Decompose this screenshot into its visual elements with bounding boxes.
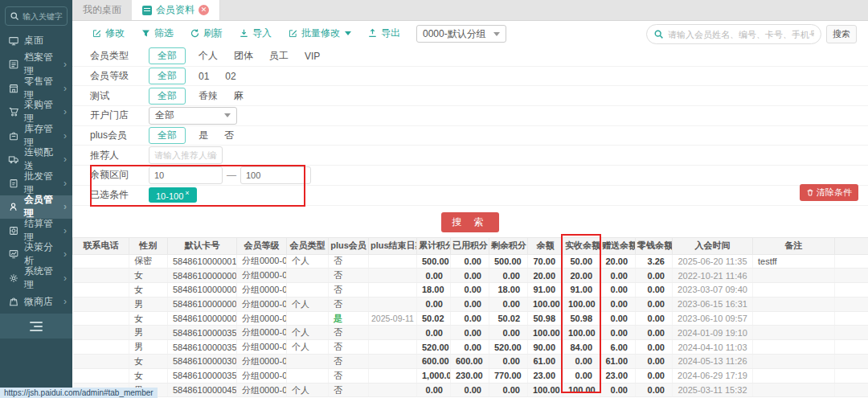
sidebar-item-7[interactable]: 批发管理›	[0, 171, 72, 195]
sidebar-item-5[interactable]: 库存管理›	[0, 124, 72, 148]
filter-option[interactable]: 02	[225, 71, 235, 82]
table-cell: 5848610000000514	[168, 283, 237, 297]
filter-option[interactable]: 全部	[149, 127, 186, 144]
sidebar-item-1[interactable]: 桌面	[0, 29, 72, 53]
filter-row-2: 会员等级全部0102	[72, 67, 868, 87]
filter-option[interactable]: 01	[199, 71, 209, 82]
import-icon	[239, 28, 249, 39]
column-header: plus结束日期	[369, 237, 417, 254]
table-cell: 0.00	[417, 383, 451, 397]
remove-tag-icon[interactable]: ×	[185, 189, 189, 197]
table-cell	[753, 340, 835, 355]
table-row[interactable]: 女5848610000000944分组0000-01是2025-09-11 17…	[73, 311, 868, 326]
sidebar-item-10[interactable]: 决策分析›	[0, 243, 72, 267]
sidebar-item-12[interactable]: 微商店›	[0, 290, 72, 314]
toolbar-button-1[interactable]: 修改	[92, 27, 125, 40]
tab-my-desktop[interactable]: 我的桌面	[72, 0, 132, 20]
balance-to-input[interactable]	[240, 166, 311, 184]
column-header: 剩余积分	[489, 237, 528, 254]
table-cell: 520.00	[489, 340, 528, 355]
table-cell: 0.00	[600, 297, 636, 311]
table-cell: 5848610000035940	[168, 368, 237, 383]
table-cell: 0.00	[636, 283, 673, 297]
toolbar-button-3[interactable]: 刷新	[190, 27, 223, 40]
sidebar-item-9[interactable]: 结算管理›	[0, 219, 72, 243]
table-cell	[369, 254, 417, 269]
table-cell: 否	[329, 326, 369, 340]
table-row[interactable]: 女5848610000000043分组0000-01否0.000.000.002…	[73, 269, 868, 283]
toolbar-button-2[interactable]: 筛选	[141, 27, 174, 40]
table-cell: 女	[129, 355, 168, 369]
sidebar-item-2[interactable]: 档案管理›	[0, 53, 72, 77]
group-select[interactable]: 0000-默认分组	[416, 25, 506, 43]
sidebar-item-3[interactable]: 零售管理›	[0, 76, 72, 101]
sidebar-collapse-button[interactable]	[0, 314, 72, 339]
sidebar-search-input[interactable]	[23, 12, 66, 21]
tab-member-data[interactable]: 会员资料 ✕	[132, 0, 220, 20]
table-cell	[835, 311, 868, 326]
table-cell: 2023-06-15 16:31	[673, 297, 753, 311]
table-cell: 否	[329, 297, 369, 311]
store-select-value: 全部	[155, 109, 174, 122]
export-icon	[367, 28, 378, 39]
table-cell: 0.00	[600, 326, 636, 340]
filter-option[interactable]: 全部	[149, 68, 186, 84]
table-row[interactable]: 女5848610000000514分组0000-01否18.000.0018.0…	[73, 283, 868, 297]
table-row[interactable]: 女5848610000035940分组0000-01否1,000.00230.0…	[73, 368, 868, 383]
sidebar-search[interactable]	[5, 6, 68, 26]
sidebar-item-11[interactable]: 系统管理›	[0, 266, 72, 290]
filter-label: 会员类型	[90, 49, 149, 63]
clear-conditions-button[interactable]: 清除条件	[800, 184, 858, 201]
table-row[interactable]: 女5848610000030255分组0000-01否600.00600.000…	[73, 355, 868, 369]
sidebar-item-8[interactable]: 会员管理›	[0, 195, 72, 220]
table-row[interactable]: 男5848610000035726分组0000-01个人否520.000.005…	[73, 340, 868, 355]
table-cell	[835, 283, 868, 297]
toolbar-button-6[interactable]: 导出	[367, 27, 400, 40]
table-row[interactable]: 男5848610000000886分组0000-01个人否0.000.000.0…	[73, 297, 868, 311]
sidebar-item-4[interactable]: 采购管理›	[0, 101, 72, 125]
table-cell	[753, 269, 835, 283]
member-search-input[interactable]	[668, 30, 814, 39]
table-cell	[369, 269, 417, 283]
referrer-input[interactable]	[149, 146, 223, 164]
filter-search-button[interactable]: 搜 索	[441, 212, 498, 232]
filter-option[interactable]: 团体	[234, 49, 253, 63]
filter-option[interactable]: 全部	[149, 88, 186, 105]
filter-option[interactable]: 员工	[269, 49, 289, 63]
store-select[interactable]: 全部	[149, 107, 237, 125]
table-cell: 否	[329, 283, 369, 297]
table-cell	[73, 355, 129, 369]
table-cell: 100.00	[563, 326, 600, 340]
filter-option[interactable]: 是	[199, 129, 208, 142]
table-cell: 0.00	[451, 311, 489, 326]
table-cell	[753, 311, 835, 326]
table-row[interactable]: 男5848610000045535分组0000-01个人否0.000.000.0…	[73, 383, 868, 397]
bag-icon	[8, 296, 19, 307]
filter-option[interactable]: 全部	[149, 47, 186, 64]
column-header: 零钱余额	[636, 237, 673, 254]
balance-from-input[interactable]	[149, 166, 223, 184]
table-row[interactable]: 男5848610000035544分组0000-01个人否0.000.000.0…	[73, 326, 868, 340]
toolbar-button-4[interactable]: 导入	[239, 27, 272, 40]
filter-option[interactable]: 麻	[234, 89, 244, 103]
table-cell	[287, 355, 329, 369]
close-icon[interactable]: ✕	[199, 5, 209, 15]
sidebar-item-6[interactable]: 连锁配送›	[0, 148, 72, 172]
filter-option[interactable]: 香辣	[199, 89, 218, 103]
condition-tag[interactable]: 10-100×	[149, 187, 197, 203]
search-button[interactable]: 搜索	[826, 25, 857, 43]
table-cell	[753, 383, 835, 397]
toolbar-button-5[interactable]: 批量修改	[288, 27, 351, 40]
table-row[interactable]: 保密5848610000001215分组0000-02个人否500.000.00…	[73, 254, 868, 269]
table-cell: 0.00	[417, 297, 451, 311]
sidebar-item-label: 系统管理	[24, 265, 59, 292]
filter-option[interactable]: 个人	[199, 49, 218, 63]
sidebar-item-label: 微商店	[24, 295, 53, 309]
filter-option[interactable]: 否	[224, 129, 234, 142]
table-cell: 3.26	[636, 254, 673, 269]
member-search-box[interactable]	[646, 24, 821, 44]
table-cell: 分组0000-01	[237, 368, 287, 383]
table-cell: 2025-09-11 17:	[369, 311, 417, 326]
filter-option[interactable]: VIP	[305, 51, 320, 62]
table-cell	[369, 340, 417, 355]
